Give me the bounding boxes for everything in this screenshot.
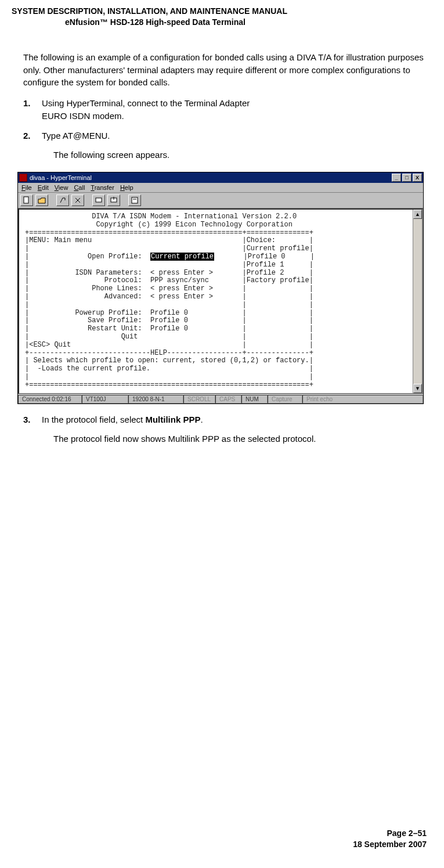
step-3: 3. In the protocol field, select Multili… — [23, 413, 429, 426]
step-text: Type AT@MENU. — [42, 129, 429, 142]
header-line-1: SYSTEM DESCRIPTION, INSTALLATION, AND MA… — [12, 6, 432, 17]
intro-paragraph: The following is an example of a configu… — [23, 51, 429, 89]
menu-call[interactable]: Call — [74, 184, 85, 191]
scroll-up-icon[interactable]: ▲ — [413, 210, 422, 219]
footer-date: 18 September 2007 — [353, 839, 427, 851]
document-header: SYSTEM DESCRIPTION, INSTALLATION, AND MA… — [12, 6, 432, 28]
properties-icon[interactable] — [128, 195, 141, 206]
send-icon[interactable] — [92, 195, 105, 206]
svg-rect-0 — [24, 197, 28, 203]
app-icon — [19, 174, 27, 182]
vertical-scrollbar[interactable]: ▲ ▼ — [413, 210, 422, 393]
window-titlebar[interactable]: divaa - HyperTerminal _ □ X — [18, 172, 423, 183]
connect-icon[interactable] — [56, 195, 69, 206]
menu-help[interactable]: Help — [120, 184, 133, 191]
minimize-button[interactable]: _ — [392, 174, 401, 182]
step-text: Using HyperTerminal, connect to the Term… — [42, 97, 429, 123]
new-icon[interactable] — [20, 195, 33, 206]
step-text: In the protocol field, select Multilink … — [42, 413, 429, 426]
step-number: 2. — [23, 129, 42, 142]
step-number: 1. — [23, 97, 42, 123]
status-capture: Capture — [268, 395, 302, 404]
page-number: Page 2–51 — [353, 828, 427, 840]
receive-icon[interactable] — [107, 195, 120, 206]
disconnect-icon[interactable] — [71, 195, 84, 206]
status-line: 19200 8-N-1 — [128, 395, 183, 404]
step-list-2: 3. In the protocol field, select Multili… — [23, 413, 429, 446]
menu-edit[interactable]: Edit — [38, 184, 49, 191]
menu-bar[interactable]: File Edit View Call Transfer Help — [18, 183, 423, 193]
toolbar — [18, 193, 423, 208]
status-bar: Connected 0:02:16 VT100J 19200 8-N-1 SCR… — [18, 394, 423, 404]
status-echo: Print echo — [302, 395, 423, 404]
status-num: NUM — [241, 395, 268, 404]
menu-file[interactable]: File — [21, 184, 32, 191]
scroll-down-icon[interactable]: ▼ — [413, 384, 422, 393]
multilink-ppp-label: Multilink PPP — [145, 415, 200, 424]
status-caps: CAPS — [215, 395, 241, 404]
close-button[interactable]: X — [413, 174, 422, 182]
step-2-follow: The following screen appears. — [53, 149, 429, 161]
header-line-2: eNfusion™ HSD-128 High-speed Data Termin… — [12, 17, 432, 28]
status-connected: Connected 0:02:16 — [18, 395, 82, 404]
selected-profile: Current profile — [150, 253, 214, 261]
window-title: divaa - HyperTerminal — [30, 174, 391, 181]
terminal-text: DIVA T/A ISDN Modem - International Vers… — [25, 213, 421, 390]
step-2: 2. Type AT@MENU. — [23, 129, 429, 142]
step-1: 1. Using HyperTerminal, connect to the T… — [23, 97, 429, 123]
open-icon[interactable] — [35, 195, 48, 206]
hyperterminal-window: divaa - HyperTerminal _ □ X File Edit Vi… — [17, 172, 424, 404]
status-scroll: SCROLL — [183, 395, 215, 404]
menu-transfer[interactable]: Transfer — [91, 184, 114, 191]
terminal-content-area[interactable]: DIVA T/A ISDN Modem - International Vers… — [18, 208, 423, 394]
menu-view[interactable]: View — [55, 184, 68, 191]
svg-rect-1 — [96, 198, 102, 202]
status-terminal: VT100J — [82, 395, 128, 404]
step-list: 1. Using HyperTerminal, connect to the T… — [23, 97, 429, 161]
page-footer: Page 2–51 18 September 2007 — [353, 828, 427, 851]
step-3-follow: The protocol field now shows Multilink P… — [53, 433, 429, 445]
step-number: 3. — [23, 413, 42, 426]
scroll-track[interactable] — [413, 219, 422, 384]
svg-rect-3 — [132, 197, 138, 203]
maximize-button[interactable]: □ — [402, 174, 411, 182]
